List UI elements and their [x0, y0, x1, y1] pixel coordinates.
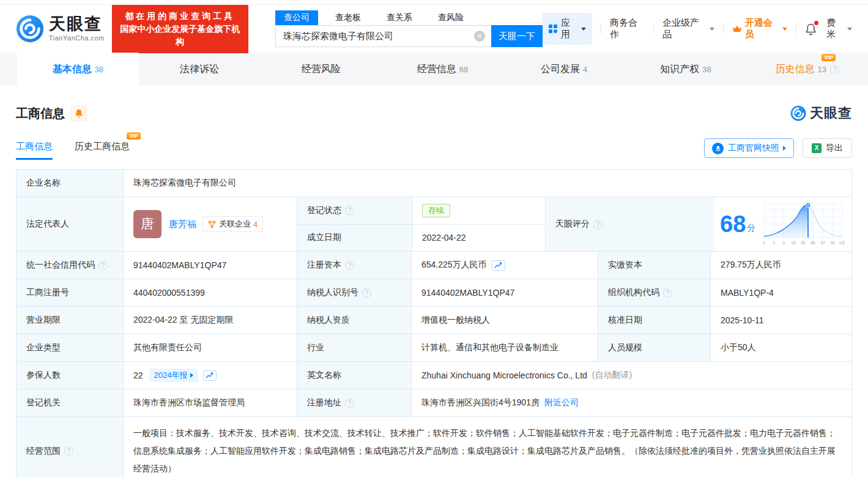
tianyancha-swirl-icon — [16, 15, 44, 43]
avatar[interactable]: 唐 — [133, 210, 161, 238]
value-legal-representative: 唐 唐芳福 关联企业 4 — [123, 197, 297, 251]
svg-text:1: 1 — [773, 241, 775, 245]
tianyancha-watermark: 天眼查 — [790, 104, 852, 122]
help-icon[interactable] — [830, 65, 839, 74]
trend-chart-icon[interactable] — [203, 370, 217, 381]
help-icon[interactable] — [98, 261, 108, 270]
label-staff-size: 人员规模 — [598, 334, 710, 361]
nav-enterprise[interactable]: 企业级产品 — [662, 17, 714, 40]
nearby-companies-link[interactable]: 附近公司 — [544, 397, 579, 408]
search-button[interactable]: 天眼一下 — [491, 25, 543, 47]
help-icon[interactable] — [362, 288, 371, 298]
search-tabs: 查公司 查老板 查关系 查风险 — [275, 10, 543, 25]
export-button[interactable]: X 导出 — [803, 138, 852, 158]
nav-cooperation[interactable]: 商务合作 — [610, 17, 645, 40]
promo-banner: 都在用的商业查询工具 国家中小企业发展子基金旗下机构 — [112, 5, 248, 53]
chevron-down-icon — [581, 28, 586, 31]
legal-rep-name-link[interactable]: 唐芳福 — [169, 219, 196, 230]
auto-translate-note: (自动翻译) — [592, 370, 632, 381]
official-snapshot-label: 工商官网快照 — [728, 143, 779, 154]
search-tab-company[interactable]: 查公司 — [275, 10, 318, 25]
clear-search-icon[interactable]: ✕ — [474, 31, 485, 42]
label-approval-date: 核准日期 — [598, 307, 710, 334]
help-icon[interactable] — [593, 220, 603, 229]
related-companies-badge[interactable]: 关联企业 4 — [202, 216, 263, 232]
value-taxpayer-id: 91440402MABLY1QP47 — [411, 279, 598, 306]
label-text: 纳税人识别号 — [307, 287, 358, 298]
value-organization-code: MABLY1QP-4 — [710, 279, 851, 306]
label-text: 天眼评分 — [555, 219, 590, 230]
search-input[interactable] — [275, 25, 491, 47]
nav-open-vip[interactable]: 开通会员 — [732, 17, 787, 40]
label-registration-status: 登记状态 — [297, 197, 412, 224]
logo-domain-text: TianYanCha.com — [49, 34, 105, 42]
label-text: 注册地址 — [307, 397, 341, 408]
tab-business-risk[interactable]: 经营风险 — [260, 53, 382, 86]
tab-label: 经营信息 — [417, 63, 456, 76]
subtab-history-business-info[interactable]: 历史工商信息 VIP — [75, 141, 130, 160]
help-icon[interactable] — [345, 206, 354, 215]
value-taxpayer-quality: 增值税一般纳税人 — [411, 307, 598, 334]
label-text: 注册资本 — [307, 260, 341, 271]
help-icon[interactable] — [345, 261, 354, 270]
search-tab-risk[interactable]: 查风险 — [429, 10, 472, 25]
table-row: 营业期限 2022-04-22 至 无固定期限 纳税人资质 增值税一般纳税人 核… — [17, 307, 851, 334]
tab-label: 公司发展 — [541, 63, 580, 76]
tab-business-info[interactable]: 经营信息68 — [382, 53, 503, 86]
username: 费米 — [826, 17, 844, 40]
annual-report-badge[interactable]: 2024年报 — [149, 369, 198, 382]
label-industry: 行业 — [297, 334, 411, 361]
svg-text:0: 0 — [763, 241, 765, 245]
monitor-bell-button[interactable] — [71, 105, 87, 121]
label-english-name: 英文名称 — [297, 362, 411, 389]
help-icon[interactable] — [663, 288, 672, 298]
crown-icon — [732, 25, 742, 33]
search-tab-boss[interactable]: 查老板 — [327, 10, 369, 25]
main-content: 工商信息 天眼查 工商信息 历史工商信息 VIP — [0, 104, 868, 477]
chevron-down-icon — [847, 28, 852, 31]
label-business-scope: 经营范围 — [17, 417, 123, 477]
chevron-down-icon — [710, 28, 714, 31]
value-business-term: 2022-04-22 至 无固定期限 — [123, 307, 297, 334]
section-title: 工商信息 — [16, 105, 65, 122]
trend-chart-icon[interactable] — [492, 260, 505, 271]
label-business-term: 营业期限 — [17, 307, 123, 334]
promo-line2: 国家中小企业发展子基金旗下机构 — [118, 23, 242, 48]
value-tianyan-score[interactable]: 68 分 — [714, 197, 851, 251]
apps-menu[interactable]: 应用 — [543, 13, 592, 45]
subtab-business-info[interactable]: 工商信息 — [16, 141, 53, 160]
svg-text:99: 99 — [831, 241, 836, 245]
help-icon[interactable] — [64, 446, 73, 456]
label-taxpayer-id: 纳税人识别号 — [297, 279, 411, 306]
tianyancha-logo[interactable]: 天眼查 TianYanCha.com — [16, 15, 105, 43]
tab-label: 历史信息 — [775, 63, 814, 76]
notification-dot — [814, 21, 818, 25]
table-row: 企业名称 珠海芯探索微电子有限公司 — [17, 170, 851, 197]
arrow-right-icon — [190, 373, 193, 378]
apps-grid-icon — [549, 24, 557, 33]
tab-company-development[interactable]: 公司发展4 — [503, 53, 625, 86]
nav-open-vip-label: 开通会员 — [745, 17, 779, 40]
status-date-subtable: 登记状态 存续 成立日期 2022-04-22 — [297, 197, 545, 251]
tab-intellectual-property[interactable]: 知识产权38 — [625, 53, 747, 86]
label-text: 登记状态 — [307, 205, 341, 216]
label-organization-code: 组织机构代码 — [598, 279, 710, 306]
notifications-bell[interactable] — [805, 23, 817, 36]
tab-history-info[interactable]: 历史信息 13 VIP — [746, 53, 868, 86]
score-unit: 分 — [747, 223, 755, 234]
official-snapshot-button[interactable]: 工商官网快照 — [704, 138, 794, 158]
svg-text:3: 3 — [782, 241, 785, 245]
tab-legal-proceedings[interactable]: 法律诉讼 — [139, 53, 261, 86]
table-row: 登记机关 珠海市香洲区市场监督管理局 注册地址 珠海市香洲区兴国街4号1901房… — [17, 389, 851, 417]
value-english-name: Zhuhai Xinchuang Microelectronics Co., L… — [411, 362, 851, 389]
search-tab-relation[interactable]: 查关系 — [378, 10, 421, 25]
nav-user[interactable]: 费米 — [826, 17, 852, 40]
label-text: 统一社会信用代码 — [26, 260, 95, 271]
help-icon[interactable] — [345, 399, 354, 408]
tab-basic-info[interactable]: 基本信息38 — [17, 53, 139, 86]
value-industry: 计算机、通信和其他电子设备制造业 — [411, 334, 598, 361]
tab-count: 68 — [459, 65, 468, 74]
excel-icon: X — [812, 143, 822, 153]
value-credit-code: 91440402MABLY1QP47 — [123, 252, 297, 279]
value-establish-date: 2022-04-22 — [412, 225, 545, 252]
